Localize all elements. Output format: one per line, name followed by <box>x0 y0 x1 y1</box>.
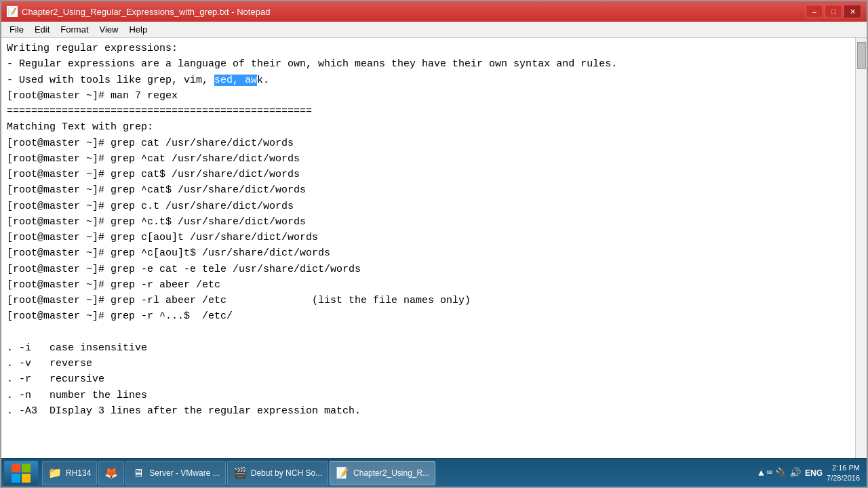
win-logo-q1 <box>12 464 20 472</box>
tray-network: 🔌 <box>775 467 787 479</box>
menu-format[interactable]: Format <box>55 23 94 36</box>
editor-content[interactable]: Writing regular expressions: - Regular e… <box>1 38 855 422</box>
system-tray: ▲ ⌨ 🔌 🔊 ENG 2:16 PM 7/28/2016 <box>754 461 864 485</box>
vertical-scrollbar[interactable] <box>855 38 867 458</box>
tray-keyboard: ⌨ <box>767 467 772 479</box>
close-button[interactable]: ✕ <box>844 5 861 18</box>
start-button[interactable] <box>4 461 38 485</box>
notepad-label: Chapter2_Using_R... <box>353 468 429 478</box>
taskbar-btn-firefox[interactable]: 🦊 <box>98 461 124 485</box>
tray-arrow[interactable]: ▲ <box>758 468 764 479</box>
window-controls: – □ ✕ <box>806 5 861 18</box>
menu-file[interactable]: File <box>4 23 29 36</box>
rh134-icon: 📁 <box>48 466 62 480</box>
rh134-label: RH134 <box>66 468 91 478</box>
win-logo-q2 <box>22 464 31 472</box>
menu-bar: File Edit Format View Help <box>1 22 867 38</box>
win-logo-q4 <box>22 474 31 483</box>
language-indicator: ENG <box>805 468 823 478</box>
firefox-icon: 🦊 <box>104 466 118 480</box>
system-clock[interactable]: 2:16 PM 7/28/2016 <box>827 463 860 483</box>
maximize-button[interactable]: □ <box>825 5 842 18</box>
editor-container: Writing regular expressions: - Regular e… <box>1 38 867 458</box>
selected-text: sed, aw <box>214 75 257 86</box>
taskbar: 📁 RH134 🦊 🖥 Server - VMware ... 🎬 Debut … <box>1 458 867 487</box>
menu-help[interactable]: Help <box>123 23 153 36</box>
minimize-button[interactable]: – <box>806 5 823 18</box>
taskbar-btn-vmware[interactable]: 🖥 Server - VMware ... <box>125 461 225 485</box>
vmware-label: Server - VMware ... <box>149 468 219 478</box>
debut-icon: 🎬 <box>233 466 247 480</box>
title-bar: 📝 Chapter2_Using_Regular_Expressions_wit… <box>1 1 867 22</box>
editor-scroll[interactable]: Writing regular expressions: - Regular e… <box>1 38 855 458</box>
main-window: 📝 Chapter2_Using_Regular_Expressions_wit… <box>0 0 868 488</box>
taskbar-btn-debut[interactable]: 🎬 Debut by NCH So... <box>227 461 328 485</box>
tray-volume: 🔊 <box>789 467 801 479</box>
taskbar-btn-rh134[interactable]: 📁 RH134 <box>42 461 97 485</box>
vmware-icon: 🖥 <box>132 466 145 480</box>
windows-logo <box>12 464 31 483</box>
clock-date: 7/28/2016 <box>827 473 860 483</box>
menu-edit[interactable]: Edit <box>29 23 55 36</box>
clock-time: 2:16 PM <box>832 463 860 472</box>
debut-label: Debut by NCH So... <box>251 468 322 478</box>
notepad-icon: 📝 <box>336 466 349 480</box>
app-icon: 📝 <box>7 6 18 17</box>
title-bar-left: 📝 Chapter2_Using_Regular_Expressions_wit… <box>7 6 270 17</box>
taskbar-btn-notepad[interactable]: 📝 Chapter2_Using_R... <box>330 461 435 485</box>
tray-icons: ▲ ⌨ 🔌 🔊 <box>758 467 801 479</box>
window-title: Chapter2_Using_Regular_Expressions_with_… <box>22 7 270 17</box>
scrollbar-thumb[interactable] <box>857 42 866 69</box>
win-logo-q3 <box>12 474 20 483</box>
menu-view[interactable]: View <box>94 23 124 36</box>
